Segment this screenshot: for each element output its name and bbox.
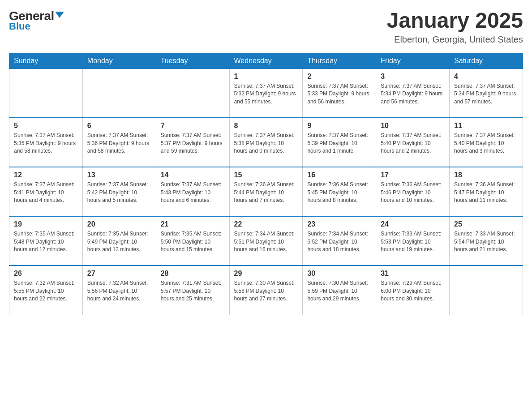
day-info: Sunrise: 7:35 AM Sunset: 5:48 PM Dayligh… <box>14 230 78 253</box>
day-number: 1 <box>234 73 298 81</box>
day-number: 31 <box>381 270 445 278</box>
week-row-5: 26Sunrise: 7:32 AM Sunset: 5:55 PM Dayli… <box>9 265 523 315</box>
day-info: Sunrise: 7:30 AM Sunset: 5:58 PM Dayligh… <box>234 279 298 303</box>
logo-triangle-icon <box>55 12 64 18</box>
day-number: 19 <box>14 220 78 228</box>
day-number: 14 <box>161 171 225 179</box>
page-header: General Blue January 2025 Elberton, Geor… <box>9 9 523 45</box>
header-friday: Friday <box>376 53 450 68</box>
day-number: 13 <box>87 171 151 179</box>
subtitle: Elberton, Georgia, United States <box>387 34 523 45</box>
day-cell: 23Sunrise: 7:34 AM Sunset: 5:52 PM Dayli… <box>303 216 376 265</box>
day-number: 3 <box>381 73 445 81</box>
day-cell: 22Sunrise: 7:34 AM Sunset: 5:51 PM Dayli… <box>229 216 303 265</box>
day-cell: 13Sunrise: 7:37 AM Sunset: 5:42 PM Dayli… <box>82 167 156 216</box>
day-number: 8 <box>234 122 298 130</box>
day-cell: 17Sunrise: 7:36 AM Sunset: 5:46 PM Dayli… <box>376 167 450 216</box>
day-info: Sunrise: 7:37 AM Sunset: 5:36 PM Dayligh… <box>87 132 151 155</box>
day-number: 30 <box>307 270 371 278</box>
day-cell: 4Sunrise: 7:37 AM Sunset: 5:34 PM Daylig… <box>450 68 523 118</box>
day-cell: 14Sunrise: 7:37 AM Sunset: 5:43 PM Dayli… <box>156 167 229 216</box>
header-sunday: Sunday <box>9 53 83 68</box>
day-info: Sunrise: 7:34 AM Sunset: 5:52 PM Dayligh… <box>307 230 371 253</box>
day-cell: 16Sunrise: 7:36 AM Sunset: 5:45 PM Dayli… <box>303 167 376 216</box>
day-cell: 12Sunrise: 7:37 AM Sunset: 5:41 PM Dayli… <box>9 167 83 216</box>
day-info: Sunrise: 7:30 AM Sunset: 5:59 PM Dayligh… <box>307 279 371 303</box>
day-cell: 20Sunrise: 7:35 AM Sunset: 5:49 PM Dayli… <box>82 216 156 265</box>
week-row-4: 19Sunrise: 7:35 AM Sunset: 5:48 PM Dayli… <box>9 216 523 265</box>
title-section: January 2025 Elberton, Georgia, United S… <box>387 9 523 45</box>
day-info: Sunrise: 7:37 AM Sunset: 5:38 PM Dayligh… <box>234 132 298 155</box>
day-cell: 27Sunrise: 7:32 AM Sunset: 5:56 PM Dayli… <box>82 265 156 315</box>
day-info: Sunrise: 7:32 AM Sunset: 5:55 PM Dayligh… <box>14 279 78 303</box>
day-cell: 25Sunrise: 7:33 AM Sunset: 5:54 PM Dayli… <box>450 216 523 265</box>
day-info: Sunrise: 7:37 AM Sunset: 5:41 PM Dayligh… <box>14 181 78 204</box>
day-number: 2 <box>307 73 371 81</box>
day-info: Sunrise: 7:35 AM Sunset: 5:50 PM Dayligh… <box>161 230 225 253</box>
day-cell: 29Sunrise: 7:30 AM Sunset: 5:58 PM Dayli… <box>229 265 303 315</box>
day-info: Sunrise: 7:32 AM Sunset: 5:56 PM Dayligh… <box>87 279 151 303</box>
day-cell: 26Sunrise: 7:32 AM Sunset: 5:55 PM Dayli… <box>9 265 83 315</box>
day-cell: 7Sunrise: 7:37 AM Sunset: 5:37 PM Daylig… <box>156 118 229 167</box>
day-info: Sunrise: 7:36 AM Sunset: 5:47 PM Dayligh… <box>454 181 518 204</box>
day-cell: 19Sunrise: 7:35 AM Sunset: 5:48 PM Dayli… <box>9 216 83 265</box>
day-number: 20 <box>87 220 151 228</box>
day-cell <box>9 68 83 118</box>
day-number: 6 <box>87 122 151 130</box>
day-number: 9 <box>307 122 371 130</box>
day-cell: 21Sunrise: 7:35 AM Sunset: 5:50 PM Dayli… <box>156 216 229 265</box>
day-info: Sunrise: 7:37 AM Sunset: 5:32 PM Dayligh… <box>234 82 298 106</box>
day-cell <box>82 68 156 118</box>
header-saturday: Saturday <box>450 53 523 68</box>
day-number: 17 <box>381 171 445 179</box>
calendar-table: SundayMondayTuesdayWednesdayThursdayFrid… <box>9 53 523 315</box>
day-info: Sunrise: 7:37 AM Sunset: 5:34 PM Dayligh… <box>381 82 445 106</box>
day-cell <box>156 68 229 118</box>
day-number: 12 <box>14 171 78 179</box>
logo: General Blue <box>9 9 64 32</box>
header-thursday: Thursday <box>303 53 376 68</box>
day-number: 7 <box>161 122 225 130</box>
day-cell: 11Sunrise: 7:37 AM Sunset: 5:40 PM Dayli… <box>450 118 523 167</box>
day-number: 10 <box>381 122 445 130</box>
day-info: Sunrise: 7:35 AM Sunset: 5:49 PM Dayligh… <box>87 230 151 253</box>
day-number: 28 <box>161 270 225 278</box>
day-info: Sunrise: 7:36 AM Sunset: 5:45 PM Dayligh… <box>307 181 371 204</box>
calendar-header-row: SundayMondayTuesdayWednesdayThursdayFrid… <box>9 53 523 68</box>
day-info: Sunrise: 7:37 AM Sunset: 5:39 PM Dayligh… <box>307 132 371 155</box>
day-cell: 1Sunrise: 7:37 AM Sunset: 5:32 PM Daylig… <box>229 68 303 118</box>
day-number: 29 <box>234 270 298 278</box>
day-number: 24 <box>381 220 445 228</box>
week-row-3: 12Sunrise: 7:37 AM Sunset: 5:41 PM Dayli… <box>9 167 523 216</box>
day-cell: 18Sunrise: 7:36 AM Sunset: 5:47 PM Dayli… <box>450 167 523 216</box>
logo-blue-text: Blue <box>9 21 30 32</box>
main-title: January 2025 <box>387 9 523 33</box>
day-number: 15 <box>234 171 298 179</box>
day-info: Sunrise: 7:33 AM Sunset: 5:54 PM Dayligh… <box>454 230 518 253</box>
day-cell: 9Sunrise: 7:37 AM Sunset: 5:39 PM Daylig… <box>303 118 376 167</box>
day-info: Sunrise: 7:37 AM Sunset: 5:35 PM Dayligh… <box>14 132 78 155</box>
day-cell: 3Sunrise: 7:37 AM Sunset: 5:34 PM Daylig… <box>376 68 450 118</box>
day-number: 27 <box>87 270 151 278</box>
header-tuesday: Tuesday <box>156 53 229 68</box>
day-cell: 2Sunrise: 7:37 AM Sunset: 5:33 PM Daylig… <box>303 68 376 118</box>
header-wednesday: Wednesday <box>229 53 303 68</box>
day-number: 22 <box>234 220 298 228</box>
day-info: Sunrise: 7:34 AM Sunset: 5:51 PM Dayligh… <box>234 230 298 253</box>
day-info: Sunrise: 7:29 AM Sunset: 6:00 PM Dayligh… <box>381 279 445 303</box>
day-cell: 31Sunrise: 7:29 AM Sunset: 6:00 PM Dayli… <box>376 265 450 315</box>
day-info: Sunrise: 7:36 AM Sunset: 5:44 PM Dayligh… <box>234 181 298 204</box>
day-number: 21 <box>161 220 225 228</box>
day-cell: 6Sunrise: 7:37 AM Sunset: 5:36 PM Daylig… <box>82 118 156 167</box>
day-info: Sunrise: 7:37 AM Sunset: 5:43 PM Dayligh… <box>161 181 225 204</box>
day-info: Sunrise: 7:37 AM Sunset: 5:42 PM Dayligh… <box>87 181 151 204</box>
week-row-2: 5Sunrise: 7:37 AM Sunset: 5:35 PM Daylig… <box>9 118 523 167</box>
day-cell: 8Sunrise: 7:37 AM Sunset: 5:38 PM Daylig… <box>229 118 303 167</box>
day-number: 5 <box>14 122 78 130</box>
day-number: 25 <box>454 220 518 228</box>
day-cell: 15Sunrise: 7:36 AM Sunset: 5:44 PM Dayli… <box>229 167 303 216</box>
day-number: 16 <box>307 171 371 179</box>
day-cell: 5Sunrise: 7:37 AM Sunset: 5:35 PM Daylig… <box>9 118 83 167</box>
day-number: 23 <box>307 220 371 228</box>
day-info: Sunrise: 7:36 AM Sunset: 5:46 PM Dayligh… <box>381 181 445 204</box>
